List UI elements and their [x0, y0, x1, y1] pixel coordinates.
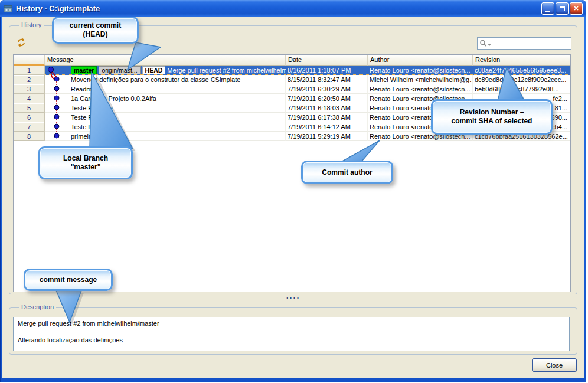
close-window-button[interactable]: ✕: [570, 2, 583, 15]
dialog-body: History MessageDateAuthorRevision 1maste…: [2, 17, 584, 378]
cell-revision: dc89ed8d269c12c8f909c2cec...: [473, 75, 570, 84]
head-tag: HEAD: [142, 66, 166, 74]
row-number: 8: [14, 132, 45, 141]
table-header: MessageDateAuthorRevision: [14, 55, 570, 66]
cell-message: primeiro commit: [45, 132, 286, 141]
search-icon: [479, 40, 487, 47]
row-number: 4: [14, 94, 45, 103]
column-header-revision[interactable]: Revision: [473, 55, 570, 66]
description-line-1: Merge pull request #2 from michelwilhelm…: [18, 320, 565, 327]
column-header-message[interactable]: Message: [45, 55, 286, 66]
cell-date: 7/19/2011 6:18:03 AM: [286, 103, 368, 113]
callout-text: Revision Number –: [460, 108, 524, 117]
remote-tag: origin/mast...: [99, 66, 140, 74]
cell-date: 8/15/2011 8:32:47 AM: [286, 75, 368, 84]
minimize-icon: [545, 11, 550, 12]
cell-message: masterorigin/mast...HEADMerge pull reque…: [45, 66, 286, 75]
callout-commit-message: commit message: [24, 269, 113, 291]
branch-tag: master: [71, 66, 97, 74]
cell-revision: beb0d6864c25c877992e08...: [473, 84, 570, 94]
commit-message-text: Readme: [71, 86, 96, 93]
callout-text: commit message: [40, 276, 97, 284]
cell-date: 7/19/2011 5:29:19 AM: [286, 132, 368, 141]
commit-message-text: primeiro commit: [71, 133, 117, 140]
cell-date: 7/19/2011 6:17:38 AM: [286, 113, 368, 122]
cell-message: Teste Readme: [45, 122, 286, 132]
app-icon: [4, 4, 13, 14]
cell-author: Renato Louro <renato@silostecn...: [368, 84, 473, 94]
row-number: 3: [14, 84, 45, 94]
callout-local-branch: Local Branch "master": [38, 146, 133, 179]
window-title: History - C:\gitsimplate: [16, 4, 541, 13]
row-number: 6: [14, 113, 45, 122]
commit-message-text: Teste Readme: [71, 104, 113, 112]
description-text: Merge pull request #2 from michelwilhelm…: [13, 317, 570, 351]
search-input[interactable]: [493, 38, 569, 48]
callout-current-commit: current commit (HEAD): [52, 17, 139, 44]
splitter-handle[interactable]: ....: [2, 293, 584, 300]
search-dropdown-icon[interactable]: [488, 44, 491, 46]
search-box[interactable]: [477, 37, 571, 50]
cell-message: Teste Readme: [45, 113, 286, 122]
cell-date: 7/19/2011 6:14:12 AM: [286, 122, 368, 132]
description-line-2: Alterando localização das definições: [18, 336, 565, 343]
callout-text: commit SHA of selected: [452, 117, 533, 126]
column-header-date[interactable]: Date: [286, 55, 368, 66]
cell-date: 8/16/2011 1:18:07 PM: [286, 66, 368, 75]
cell-message: Movendo definições para o construtor da …: [45, 75, 286, 84]
cell-date: 7/19/2011 6:20:50 AM: [286, 94, 368, 103]
callout-text: (HEAD): [83, 30, 108, 39]
cell-message: Readme: [45, 84, 286, 94]
row-number: 2: [14, 75, 45, 84]
cell-message: 1a Carga do Projeto 0.0.2Alfa: [45, 94, 286, 103]
cell-author: Michel Wilhelm <michelwilhelm@g...: [368, 75, 473, 84]
commit-message-text: Teste Readme: [71, 123, 113, 130]
table-row[interactable]: 3Readme7/19/2011 6:30:29 AMRenato Louro …: [14, 84, 570, 94]
row-number: 5: [14, 103, 45, 113]
refresh-button[interactable]: [15, 37, 27, 48]
maximize-icon: [560, 6, 565, 11]
cell-date: 7/19/2011 6:30:29 AM: [286, 84, 368, 94]
history-group-label: History: [19, 21, 44, 28]
row-number: 7: [14, 122, 45, 132]
maximize-button[interactable]: [556, 2, 569, 15]
table-row[interactable]: 2Movendo definições para o construtor da…: [14, 75, 570, 84]
window-controls: ✕: [541, 2, 583, 15]
callout-text: Commit author: [322, 168, 372, 177]
titlebar[interactable]: History - C:\gitsimplate ✕: [0, 0, 586, 17]
callout-revision-number: Revision Number – commit SHA of selected: [431, 99, 553, 135]
callout-text: current commit: [70, 21, 121, 30]
callout-text: Local Branch: [63, 154, 108, 163]
commit-message-text: 1a Carga do Projeto 0.0.2Alfa: [71, 95, 156, 102]
table-row[interactable]: 1masterorigin/mast...HEADMerge pull requ…: [14, 66, 570, 75]
commit-message-text: Teste Readme: [71, 114, 113, 121]
close-icon: ✕: [573, 5, 579, 12]
minimize-button[interactable]: [541, 2, 554, 15]
callout-text: "master": [71, 163, 101, 172]
commit-message-text: Merge pull request #2 from michelwilhelm…: [167, 67, 286, 74]
description-group-label: Description: [19, 303, 56, 310]
window: History - C:\gitsimplate ✕ History: [0, 0, 586, 382]
row-number: 1: [14, 66, 45, 75]
callout-commit-author: Commit author: [301, 161, 393, 184]
close-button[interactable]: Close: [532, 358, 577, 372]
cell-message: Teste Readme: [45, 103, 286, 113]
commit-message-text: Movendo definições para o construtor da …: [71, 76, 240, 83]
refresh-icon: [15, 37, 27, 48]
column-header-author[interactable]: Author: [368, 55, 473, 66]
cell-revision: c08ae24f794655e56f595eee3...: [473, 66, 570, 75]
cell-author: Renato Louro <renato@silostecn...: [368, 66, 473, 75]
column-header-rownum[interactable]: [14, 55, 45, 66]
